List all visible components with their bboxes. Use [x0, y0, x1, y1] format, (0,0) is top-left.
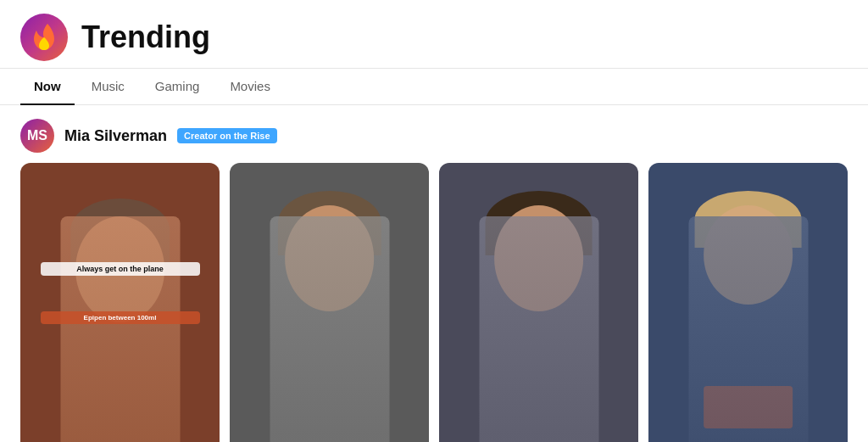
videos-grid: Always get on the plane Epipen between 1…: [0, 163, 868, 442]
tab-gaming[interactable]: Gaming: [142, 69, 214, 105]
tabs-nav: Now Music Gaming Movies: [0, 69, 868, 105]
video-card-4[interactable]: ⚡ SHORTS Wearing a mask if you have airb…: [648, 163, 848, 442]
thumbnail-3: ⚡ SHORTS: [439, 163, 638, 442]
app-logo: [20, 14, 68, 61]
thumbnail-1: Always get on the plane Epipen between 1…: [20, 163, 220, 442]
thumbnail-text-overlay-1: Always get on the plane: [41, 262, 200, 276]
page-header: Trending: [0, 0, 868, 69]
video-card-1[interactable]: Always get on the plane Epipen between 1…: [20, 163, 220, 442]
creator-badge: Creator on the Rise: [177, 128, 276, 143]
thumbnail-4: ⚡ SHORTS: [648, 163, 848, 442]
tab-music[interactable]: Music: [78, 69, 138, 105]
creator-name: Mia Silverman: [64, 127, 167, 145]
creator-avatar: MS: [20, 119, 54, 153]
tab-movies[interactable]: Movies: [216, 69, 284, 105]
creator-section: MS Mia Silverman Creator on the Rise: [0, 105, 868, 163]
thumbnail-text-overlay-1b: Epipen between 100ml: [41, 311, 200, 324]
tab-now[interactable]: Now: [20, 69, 75, 105]
video-card-2[interactable]: ⚡ SHORTS Living with food allergies has …: [230, 163, 429, 442]
video-card-3[interactable]: ⚡ SHORTS It gets better Mia Silverman 17…: [439, 163, 638, 442]
thumbnail-2: ⚡ SHORTS: [230, 163, 429, 442]
page-title: Trending: [81, 20, 210, 55]
